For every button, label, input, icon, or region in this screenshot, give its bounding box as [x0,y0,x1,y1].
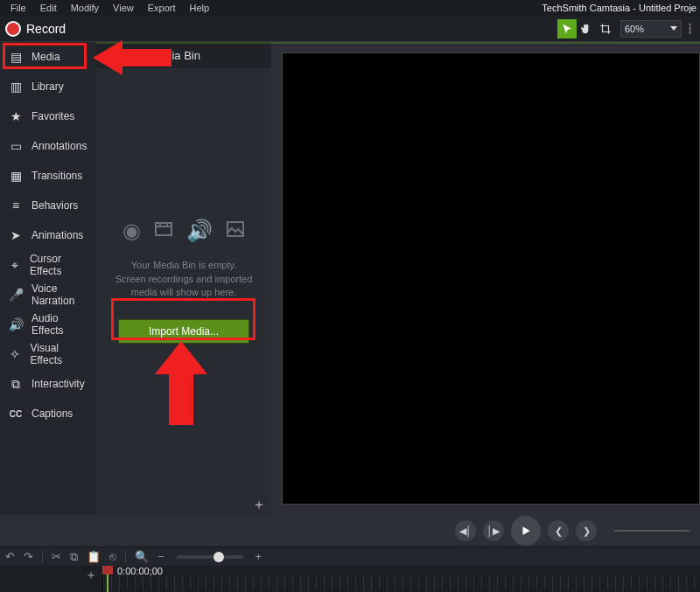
timeline-zoom-slider[interactable] [177,555,243,559]
chevron-down-icon [670,26,677,31]
sidebar-item-label: Captions [32,407,73,420]
paste-button[interactable]: 📋 [87,550,101,563]
import-media-button[interactable]: Import Media... [118,319,249,344]
transitions-icon: ▦ [9,169,23,183]
more-icon[interactable]: ┇ [687,23,695,35]
sidebar-item-transitions[interactable]: ▦ Transitions [0,161,96,191]
sidebar-item-behaviors[interactable]: ≡ Behaviors [0,191,96,220]
sidebar-item-favorites[interactable]: ★ Favorites [0,101,96,131]
window-title: TechSmith Camtasia - Untitled Proje [542,0,696,16]
playhead-marker-icon [102,566,113,575]
video-placeholder-icon [153,219,174,240]
sidebar-item-interactivity[interactable]: ⧉ Interactivity [0,369,96,399]
step-back-button[interactable]: │▶ [483,520,504,541]
menu-edit[interactable]: Edit [33,3,64,13]
svg-rect-0 [156,223,172,235]
sidebar-item-label: Animations [32,229,83,241]
sidebar-item-voice-narration[interactable]: 🎤 Voice Narration [0,280,96,310]
image-placeholder-icon [225,219,246,240]
add-media-button[interactable]: ＋ [252,496,266,514]
sidebar-item-label: Voice Narration [32,282,88,307]
timeline-zoom-out[interactable]: − [158,550,164,563]
audio-icon: 🔊 [9,317,23,331]
menu-help[interactable]: Help [183,3,217,13]
undo-button[interactable]: ↶ [5,550,15,563]
import-media-label: Import Media... [149,325,219,338]
sidebar-item-visual-effects[interactable]: ✧ Visual Effects [0,339,96,369]
timeline-toolbar: ↶ ↷ ✂ ⧉ 📋 ⎋ 🔍 − + [0,547,700,566]
sidebar-item-media[interactable]: ▤ Media [0,42,96,72]
empty-state-text: Your Media Bin is empty. Screen recordin… [116,259,253,301]
cursor-icon [561,23,573,35]
empty-state-icons: ◉ 🔊 [122,219,246,243]
track-header: ＋ [0,566,103,592]
menu-view[interactable]: View [106,3,141,13]
split-button[interactable]: ⎋ [109,550,116,563]
canvas-area [271,42,700,515]
play-button[interactable] [511,516,541,546]
playhead-needle [107,575,108,592]
crop-icon [599,23,612,35]
sidebar-item-captions[interactable]: CC Captions [0,399,96,428]
menu-modify[interactable]: Modify [64,3,106,13]
annotation-icon: ▭ [9,139,23,153]
copy-button[interactable]: ⧉ [70,550,78,564]
record-label: Record [26,22,66,36]
timeline-zoom-icon: 🔍 [135,550,149,563]
timeline-track-area[interactable]: 0:00:00;00 [103,566,700,592]
sidebar-item-label: Behaviors [32,199,78,212]
separator [42,551,43,563]
next-clip-button[interactable]: ❯ [576,520,597,541]
media-bin-body: ◉ 🔊 Your Media Bin is empty. Screen reco… [96,68,271,494]
zoom-select[interactable]: 60% [620,20,682,38]
step-forward-button[interactable]: ❮ [548,520,569,541]
tool-sidebar: ▤ Media ▥ Library ★ Favorites ▭ Annotati… [0,42,96,515]
edit-mode-button[interactable] [557,19,577,38]
audio-placeholder-icon: 🔊 [186,219,213,243]
sidebar-item-label: Favorites [32,110,74,122]
menu-file[interactable]: File [4,3,33,13]
playhead[interactable] [103,566,112,592]
interactivity-icon: ⧉ [9,377,23,392]
separator [125,551,126,563]
sidebar-item-label: Audio Effects [32,312,88,337]
redo-button[interactable]: ↷ [24,550,33,563]
pan-mode-button[interactable] [577,19,596,38]
empty-line2: Screen recordings and imported [116,273,253,287]
empty-line3: media will show up here. [116,286,253,300]
cut-button[interactable]: ✂ [52,550,61,563]
wand-icon: ✧ [9,347,22,361]
star-icon: ★ [9,109,23,123]
sidebar-item-annotations[interactable]: ▭ Annotations [0,131,96,161]
timeline-zoom-in[interactable]: + [256,550,262,563]
volume-slider[interactable] [614,530,690,532]
sidebar-item-label: Library [32,80,64,93]
panel-title: edia Bin [96,42,271,68]
sidebar-item-label: Media [32,51,60,63]
sidebar-item-animations[interactable]: ➤ Animations [0,220,96,250]
behaviors-icon: ≡ [9,198,23,212]
sidebar-item-cursor-effects[interactable]: ⌖ Cursor Effects [0,250,96,280]
playback-controls: ◀│ │▶ ❮ ❯ [0,515,700,547]
play-icon [520,525,532,537]
sidebar-item-label: Interactivity [32,378,85,390]
sidebar-item-audio-effects[interactable]: 🔊 Audio Effects [0,310,96,339]
captions-icon: CC [9,409,23,419]
sidebar-item-label: Cursor Effects [30,253,88,277]
sidebar-item-label: Annotations [32,140,87,152]
record-icon [5,21,21,37]
main-area: ▤ Media ▥ Library ★ Favorites ▭ Annotati… [0,42,700,515]
menu-export[interactable]: Export [141,3,183,13]
crop-mode-button[interactable] [596,19,615,38]
record-toolbar: Record 60% ┇ [0,16,700,42]
panel-footer: ＋ [96,494,271,515]
record-button[interactable]: Record [5,21,66,37]
prev-clip-button[interactable]: ◀│ [455,520,476,541]
record-placeholder-icon: ◉ [122,219,141,243]
slider-knob[interactable] [214,552,224,562]
library-icon: ▥ [9,80,23,94]
add-track-button[interactable]: ＋ [85,568,97,583]
sidebar-item-label: Transitions [32,170,82,182]
sidebar-item-library[interactable]: ▥ Library [0,72,96,101]
preview-canvas[interactable] [282,52,700,505]
